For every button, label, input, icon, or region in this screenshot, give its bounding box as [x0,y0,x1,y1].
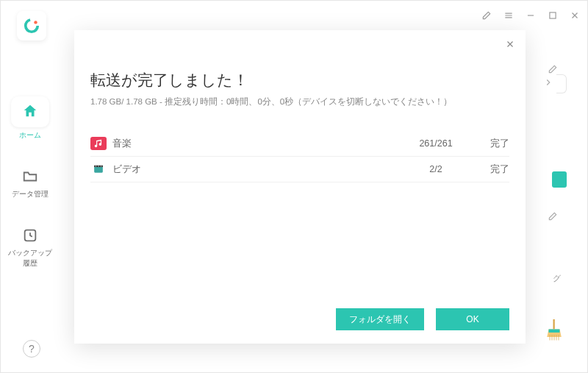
item-label: ビデオ [112,163,399,176]
item-count: 261/261 [399,138,473,149]
transfer-items-list: 音楽 261/261 完了 ビデオ 2/2 完了 [90,132,509,182]
sidebar-item-label: ホーム [19,130,41,141]
help-button[interactable]: ? [23,340,40,358]
svg-point-8 [98,166,98,166]
backup-icon [22,227,38,245]
window-close-button[interactable] [570,10,580,21]
panel-border [556,74,567,93]
dialog-footer: フォルダを開く OK [336,308,509,330]
dialog-subtitle: 1.78 GB/ 1.78 GB - 推定残り時間：0時間、0分、0秒（デバイス… [90,96,509,107]
list-item: 音楽 261/261 完了 [90,132,509,154]
music-icon [90,137,107,150]
open-folder-button[interactable]: フォルダを開く [336,308,424,330]
svg-rect-4 [553,319,555,330]
maximize-button[interactable] [548,10,558,21]
dialog-title: 転送が完了しました！ [90,70,509,90]
sidebar: ホーム データ管理 バックアップ履歴 [1,96,60,269]
svg-point-9 [101,166,101,166]
pencil-icon[interactable] [548,211,558,224]
sidebar-item-home[interactable]: ホーム [8,96,52,141]
divider [90,156,509,157]
ok-button[interactable]: OK [436,308,509,330]
minimize-button[interactable] [526,10,536,21]
transfer-complete-dialog: 転送が完了しました！ 1.78 GB/ 1.78 GB - 推定残り時間：0時間… [74,30,526,344]
broom-icon[interactable] [545,319,564,344]
sidebar-item-backup[interactable]: バックアップ履歴 [8,227,52,269]
svg-rect-5 [94,167,103,173]
home-icon [22,103,38,121]
background-text: グ [553,273,561,284]
edit-icon[interactable] [481,10,492,21]
chevron-right-icon[interactable] [543,77,558,92]
svg-point-2 [34,21,37,24]
video-icon [90,163,107,176]
sidebar-item-label: データ管理 [12,189,49,199]
menu-icon[interactable] [503,10,514,21]
folder-icon [22,168,38,186]
sidebar-item-label: バックアップ履歴 [8,248,52,269]
background-action-button[interactable] [552,171,567,188]
app-logo [17,11,46,40]
item-label: 音楽 [112,138,399,150]
item-status: 完了 [473,138,509,150]
svg-point-7 [96,166,96,166]
item-count: 2/2 [399,164,473,174]
svg-rect-0 [550,13,556,18]
item-status: 完了 [473,163,509,176]
list-item: ビデオ 2/2 完了 [90,158,509,180]
window-titlebar [1,1,587,30]
divider [90,182,509,182]
sidebar-item-data[interactable]: データ管理 [8,168,52,199]
dialog-close-button[interactable] [503,38,517,51]
